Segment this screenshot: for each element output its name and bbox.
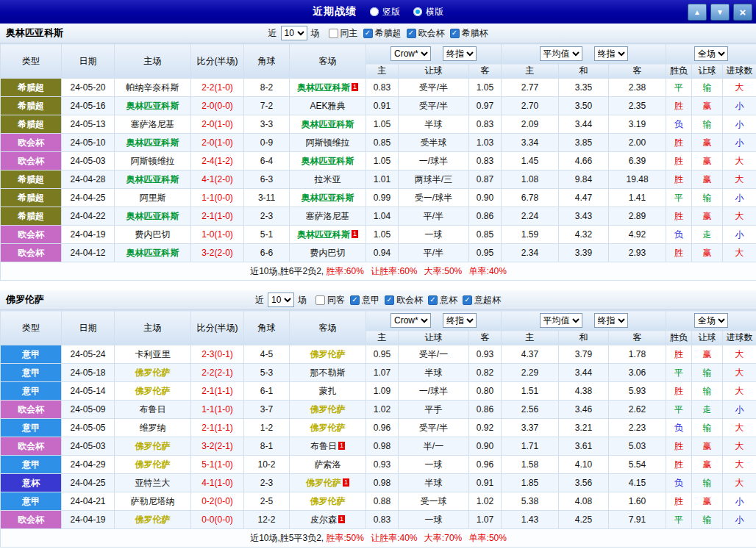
match-date: 24-04-19 <box>62 226 115 244</box>
recent-count-select[interactable]: 10 <box>281 26 307 40</box>
corners: 7-2 <box>244 97 290 115</box>
handicap-home-odds: 0.88 <box>366 492 399 511</box>
avg-home-odds: 2.34 <box>502 244 559 262</box>
checkbox-checked-icon[interactable]: ✓ <box>363 29 373 38</box>
corners: 5-3 <box>244 364 290 382</box>
odds-source-select[interactable]: Crow* <box>391 46 431 61</box>
scope-select[interactable]: 全场 <box>694 313 728 328</box>
result-handicap: 赢 <box>692 345 723 364</box>
handicap-away-odds: 1.03 <box>469 134 502 152</box>
result-outcome: 平 <box>666 364 692 382</box>
avg-home-odds: 2.09 <box>502 115 559 134</box>
match-row: 意甲24-05-05维罗纳2-1(1-1)1-2佛罗伦萨0.96受平/半0.92… <box>1 419 756 437</box>
avg-home-odds: 2.77 <box>502 79 559 97</box>
close-button[interactable]: × <box>733 4 752 21</box>
col-type: 类型 <box>1 311 62 345</box>
handicap-home-odds: 1.07 <box>366 364 399 382</box>
radio-unselected-icon[interactable] <box>370 7 379 16</box>
result-handicap: 输 <box>692 382 723 401</box>
home-team-cell: 奥林匹亚科斯 <box>115 171 191 189</box>
avg-source-select[interactable]: 平均值 <box>540 46 582 61</box>
handicap-away-odds: 0.92 <box>469 419 502 437</box>
score: 2-4(1-2) <box>191 152 244 171</box>
checkbox-checked-icon[interactable]: ✓ <box>407 29 416 38</box>
handicap-away-odds: 0.86 <box>469 401 502 419</box>
filter-option-意甲[interactable]: ✓意甲 <box>350 294 379 306</box>
filter-option-欧会杯[interactable]: ✓欧会杯 <box>407 27 445 40</box>
handicap-line: 一球 <box>399 456 469 474</box>
handicap-away-odds: 0.96 <box>469 456 502 474</box>
handicap-line: 受平/半 <box>399 419 469 437</box>
away-team-cell: 奥林匹亚科斯 <box>290 152 366 171</box>
layout-radio-horizontal[interactable]: 横版 <box>413 6 443 18</box>
avg-draw-odds: 3.43 <box>559 207 609 226</box>
away-team-cell: 布鲁日1 <box>290 437 366 456</box>
filter-option-label: 同客 <box>327 294 345 306</box>
col-score: 比分(半场) <box>191 311 244 345</box>
match-row: 希腊超24-05-20帕纳辛奈科斯2-2(1-0)8-2奥林匹亚科斯10.83受… <box>1 79 756 97</box>
filter-option-意杯[interactable]: ✓意杯 <box>428 294 457 306</box>
away-team-cell: 萨索洛 <box>290 456 366 474</box>
handicap-line: 两球半/三 <box>399 171 469 189</box>
filter-option-欧会杯[interactable]: ✓欧会杯 <box>385 294 423 306</box>
match-row: 意甲24-04-21萨勒尼塔纳0-2(0-0)2-5佛罗伦萨0.88受一球1.0… <box>1 492 756 511</box>
avg-away-odds: 4.15 <box>609 474 666 492</box>
recent-count-select[interactable]: 10 <box>268 293 294 307</box>
checkbox-checked-icon[interactable]: ✓ <box>463 295 472 305</box>
result-outcome: 胜 <box>666 492 692 511</box>
filter-option-同客[interactable]: 同客 <box>315 294 345 306</box>
odds-final-select[interactable]: 终指 <box>443 46 477 61</box>
scroll-down-button[interactable]: ▼ <box>710 4 730 21</box>
summary-stats: 胜率:60% 让胜率:60% 大率:50% 单率:40% <box>327 266 507 276</box>
handicap-away-odds: 1.07 <box>469 511 502 529</box>
col-odds-away: 客 <box>469 64 502 79</box>
checkbox-checked-icon[interactable]: ✓ <box>428 295 438 305</box>
score: 2-1(1-1) <box>191 419 244 437</box>
section-team-title: 佛罗伦萨 <box>6 293 44 306</box>
filter-option-希腊超[interactable]: ✓希腊超 <box>363 27 402 40</box>
match-date: 24-04-19 <box>62 511 115 529</box>
avg-final-select[interactable]: 终指 <box>594 313 628 328</box>
filter-option-label: 希腊杯 <box>462 27 488 40</box>
match-row: 意杯24-04-25亚特兰大4-1(1-0)2-3佛罗伦萨10.98半球0.91… <box>1 474 756 492</box>
radio-selected-icon[interactable] <box>413 7 422 16</box>
filter-option-label: 意超杯 <box>474 294 501 306</box>
team-name: 卡利亚里 <box>135 349 171 359</box>
checkbox-checked-icon[interactable]: ✓ <box>350 295 360 305</box>
avg-home-odds: 5.38 <box>502 492 559 511</box>
result-goals: 大 <box>723 474 756 492</box>
filter-option-意超杯[interactable]: ✓意超杯 <box>463 294 501 306</box>
checkbox-checked-icon[interactable]: ✓ <box>385 295 394 305</box>
match-date: 24-05-20 <box>62 79 115 97</box>
scope-select[interactable]: 全场 <box>694 46 728 61</box>
layout-radio-vertical[interactable]: 竖版 <box>370 6 400 18</box>
checkbox-unchecked-icon[interactable] <box>329 29 338 38</box>
result-outcome: 负 <box>666 115 692 134</box>
team-name: 奥林匹亚科斯 <box>126 137 179 148</box>
home-team-cell: 佛罗伦萨 <box>115 437 191 456</box>
filter-option-希腊杯[interactable]: ✓希腊杯 <box>450 27 488 40</box>
odds-final-select[interactable]: 终指 <box>443 313 477 328</box>
home-team-cell: 阿斯顿维拉 <box>115 152 191 171</box>
filter-option-同主[interactable]: 同主 <box>329 27 358 40</box>
summary-stats: 胜率:50% 让胜率:40% 大率:70% 单率:50% <box>327 533 507 543</box>
avg-home-odds: 2.29 <box>502 364 559 382</box>
checkbox-checked-icon[interactable]: ✓ <box>450 29 460 38</box>
league-type-badge: 意杯 <box>1 474 62 492</box>
col-odds-home: 主 <box>366 64 399 79</box>
checkbox-unchecked-icon[interactable] <box>315 295 325 305</box>
result-handicap: 赢 <box>692 244 723 262</box>
result-goals: 小 <box>723 134 756 152</box>
avg-final-select[interactable]: 终指 <box>594 46 628 61</box>
titlebar-center: 近期战绩 竖版 横版 <box>0 0 756 24</box>
corners: 5-1 <box>244 226 290 244</box>
odds-source-select[interactable]: Crow* <box>391 313 431 328</box>
result-goals: 小 <box>723 401 756 419</box>
scroll-up-button[interactable]: ▲ <box>688 4 707 21</box>
avg-away-odds: 5.54 <box>609 456 666 474</box>
avg-source-select[interactable]: 平均值 <box>540 313 582 328</box>
handicap-home-odds: 1.01 <box>366 171 399 189</box>
team-name: 佛罗伦萨 <box>310 349 346 359</box>
team-name: 布鲁日 <box>310 441 337 451</box>
section-gap <box>0 281 756 290</box>
